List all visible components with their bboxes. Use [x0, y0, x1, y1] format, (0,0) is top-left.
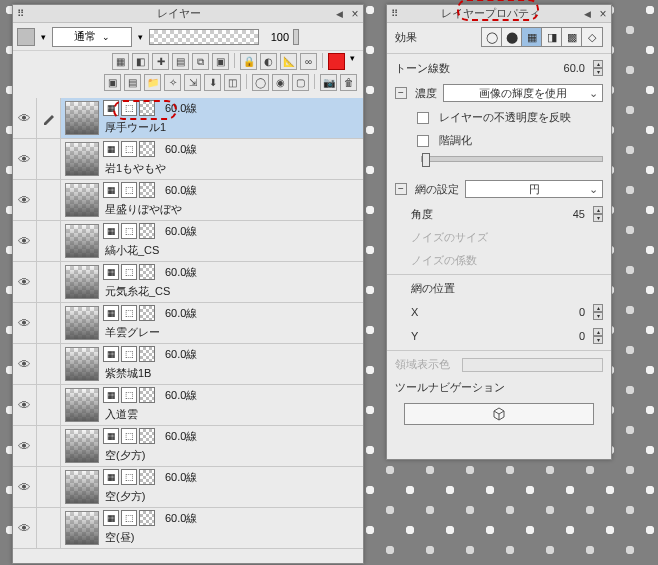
checkbox-icon[interactable] [417, 112, 429, 124]
layer-main[interactable]: ▦⬚60.0線羊雲グレー [61, 303, 363, 343]
visibility-eye-icon[interactable]: 👁 [13, 98, 37, 138]
edit-column[interactable] [37, 344, 61, 384]
mask-new-icon[interactable]: ◯ [252, 74, 269, 91]
collapse-toggle-icon[interactable]: − [395, 87, 407, 99]
tool-d-icon[interactable]: ▤ [172, 53, 189, 70]
opacity-slider[interactable] [149, 29, 259, 45]
edit-column[interactable] [37, 221, 61, 261]
layer-main[interactable]: ▦⬚60.0線厚手ウール1 [61, 98, 363, 138]
tool-b-icon[interactable]: ◧ [132, 53, 149, 70]
layer-name[interactable]: 入道雲 [105, 407, 138, 422]
layer-thumbnail[interactable] [65, 101, 99, 135]
layer-thumbnail[interactable] [65, 388, 99, 422]
visibility-eye-icon[interactable]: 👁 [13, 180, 37, 220]
layers-titlebar[interactable]: ⠿ レイヤー ◀ × [13, 5, 363, 23]
layer-row[interactable]: 👁▦⬚60.0線厚手ウール1 [13, 98, 363, 139]
layer-name[interactable]: 空(昼) [105, 530, 134, 545]
layer-thumbnail[interactable] [65, 306, 99, 340]
mask-icon[interactable]: ◐ [260, 53, 277, 70]
layer-row[interactable]: 👁▦⬚60.0線紫禁城1B [13, 344, 363, 385]
x-stepper[interactable]: ▴▾ [593, 304, 603, 320]
layer-thumbnail[interactable] [65, 429, 99, 463]
layer-main[interactable]: ▦⬚60.0線入道雲 [61, 385, 363, 425]
edit-column[interactable] [37, 180, 61, 220]
edit-column[interactable] [37, 426, 61, 466]
layer-row[interactable]: 👁▦⬚60.0線縞小花_CS [13, 221, 363, 262]
layer-main[interactable]: ▦⬚60.0線紫禁城1B [61, 344, 363, 384]
edit-column[interactable] [37, 385, 61, 425]
layer-main[interactable]: ▦⬚60.0線空(夕方) [61, 426, 363, 466]
effect-border2-icon[interactable]: ⬤ [502, 28, 522, 46]
layer-thumbnail[interactable] [65, 347, 99, 381]
new-layer2-icon[interactable]: ▤ [124, 74, 141, 91]
layer-row[interactable]: 👁▦⬚60.0線空(昼) [13, 508, 363, 549]
tool-f-icon[interactable]: ▣ [212, 53, 229, 70]
layer-name[interactable]: 羊雲グレー [105, 325, 160, 340]
net-shape-select[interactable]: 円 [465, 180, 603, 198]
layer-name[interactable]: 厚手ウール1 [105, 120, 166, 135]
effect-extract-icon[interactable]: ◇ [582, 28, 602, 46]
x-value[interactable]: 0 [551, 306, 587, 318]
close-icon[interactable]: × [595, 7, 611, 21]
visibility-eye-icon[interactable]: 👁 [13, 385, 37, 425]
y-value[interactable]: 0 [551, 330, 587, 342]
visibility-eye-icon[interactable]: 👁 [13, 303, 37, 343]
blend-dropdown-icon[interactable]: ▾ [136, 32, 145, 42]
layer-name[interactable]: 元気糸花_CS [105, 284, 170, 299]
merge-icon[interactable]: ⬇ [204, 74, 221, 91]
close-icon[interactable]: × [347, 7, 363, 21]
effect-border-icon[interactable]: ◯ [482, 28, 502, 46]
reflect-opacity-row[interactable]: レイヤーの不透明度を反映 [387, 106, 611, 129]
panel-menu-icon[interactable]: ⠿ [13, 8, 27, 19]
mask-apply-icon[interactable]: ◉ [272, 74, 289, 91]
blend-mode-select[interactable]: 通常⌄ [52, 27, 132, 47]
layer-main[interactable]: ▦⬚60.0線空(夕方) [61, 467, 363, 507]
ruler-icon[interactable]: 📐 [280, 53, 297, 70]
angle-value[interactable]: 45 [551, 208, 587, 220]
clip-icon[interactable]: ▢ [292, 74, 309, 91]
tone-lines-value[interactable]: 60.0 [551, 62, 587, 74]
visibility-eye-icon[interactable]: 👁 [13, 426, 37, 466]
layer-row[interactable]: 👁▦⬚60.0線元気糸花_CS [13, 262, 363, 303]
gradation-row[interactable]: 階調化 [387, 129, 611, 152]
collapse-toggle-icon[interactable]: − [395, 183, 407, 195]
trash-icon[interactable]: 🗑 [340, 74, 357, 91]
swatch-dropdown-icon[interactable]: ▾ [39, 32, 48, 42]
layer-main[interactable]: ▦⬚60.0線縞小花_CS [61, 221, 363, 261]
layer-thumbnail[interactable] [65, 470, 99, 504]
new-folder-icon[interactable]: 📁 [144, 74, 161, 91]
combine-icon[interactable]: ◫ [224, 74, 241, 91]
tone-lines-stepper[interactable]: ▴▾ [593, 60, 603, 76]
opacity-stepper[interactable] [293, 29, 299, 45]
layer-name[interactable]: 紫禁城1B [105, 366, 151, 381]
edit-column[interactable] [37, 139, 61, 179]
layer-row[interactable]: 👁▦⬚60.0線岩1もやもや [13, 139, 363, 180]
property-titlebar[interactable]: ⠿ レイヤープロパティ ◀ × [387, 5, 611, 23]
new-layer-icon[interactable]: ▣ [104, 74, 121, 91]
effect-gradmap-icon[interactable]: ◨ [542, 28, 562, 46]
layer-thumbnail[interactable] [65, 265, 99, 299]
layer-name[interactable]: 空(夕方) [105, 448, 145, 463]
effect-color-icon[interactable]: ▩ [562, 28, 582, 46]
visibility-eye-icon[interactable]: 👁 [13, 344, 37, 384]
layer-main[interactable]: ▦⬚60.0線元気糸花_CS [61, 262, 363, 302]
y-stepper[interactable]: ▴▾ [593, 328, 603, 344]
lock-icon[interactable]: 🔒 [240, 53, 257, 70]
layer-row[interactable]: 👁▦⬚60.0線星盛りぼやぼや [13, 180, 363, 221]
camera-icon[interactable]: 📷 [320, 74, 337, 91]
layer-main[interactable]: ▦⬚60.0線空(昼) [61, 508, 363, 548]
layer-thumbnail[interactable] [65, 183, 99, 217]
collapse-icon[interactable]: ◀ [579, 9, 595, 19]
collapse-icon[interactable]: ◀ [331, 9, 347, 19]
visibility-eye-icon[interactable]: 👁 [13, 262, 37, 302]
tool-a-icon[interactable]: ▦ [112, 53, 129, 70]
layer-name[interactable]: 縞小花_CS [105, 243, 159, 258]
new-special-icon[interactable]: ✧ [164, 74, 181, 91]
visibility-eye-icon[interactable]: 👁 [13, 221, 37, 261]
density-select[interactable]: 画像の輝度を使用 [443, 84, 603, 102]
tool-c-icon[interactable]: ✚ [152, 53, 169, 70]
visibility-eye-icon[interactable]: 👁 [13, 139, 37, 179]
edit-column[interactable] [37, 467, 61, 507]
layer-row[interactable]: 👁▦⬚60.0線空(夕方) [13, 426, 363, 467]
angle-stepper[interactable]: ▴▾ [593, 206, 603, 222]
